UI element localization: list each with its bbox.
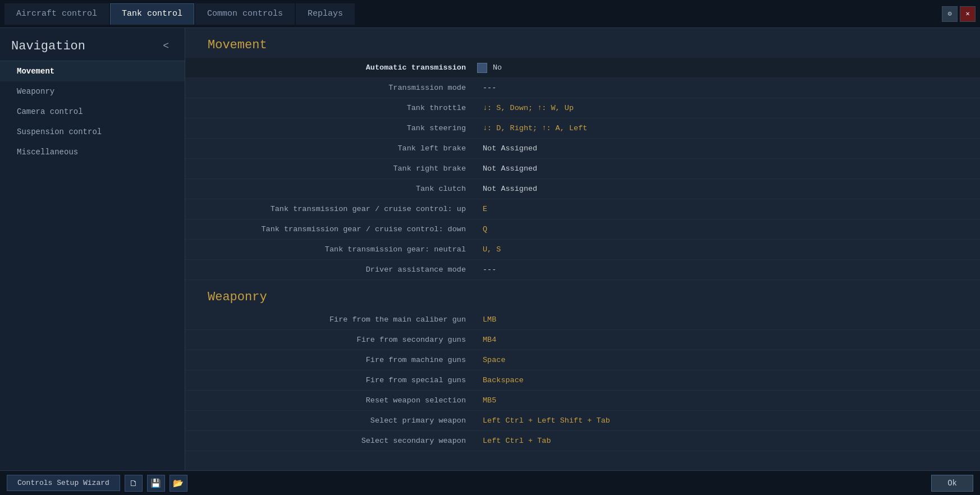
tab-aircraft[interactable]: Aircraft control xyxy=(4,3,109,25)
control-label: Fire from the main caliber gun xyxy=(185,315,477,324)
control-value: Q xyxy=(477,225,980,233)
sidebar: Navigation < Movement Weaponry Camera co… xyxy=(0,28,185,470)
control-row-partial[interactable]: Select secondary weapon Left Ctrl + Tab xyxy=(185,431,980,451)
control-label: Fire from secondary guns xyxy=(185,336,477,344)
bottom-bar: Controls Setup Wizard 🗋 💾 📂 Ok xyxy=(0,470,980,495)
tab-tank[interactable]: Tank control xyxy=(110,3,194,25)
new-profile-icon: 🗋 xyxy=(129,478,138,488)
control-row-tank-left-brake[interactable]: Tank left brake Not Assigned xyxy=(185,139,980,159)
sidebar-title: Navigation xyxy=(11,39,85,53)
new-profile-icon-button[interactable]: 🗋 xyxy=(125,475,143,492)
auto-transmission-checkbox[interactable] xyxy=(477,63,487,73)
control-label: Fire from special guns xyxy=(185,376,477,384)
content-area: Movement Automatic transmission No Trans… xyxy=(185,28,980,470)
control-row-main-gun[interactable]: Fire from the main caliber gun LMB xyxy=(185,310,980,330)
control-label: Tank transmission gear / cruise control:… xyxy=(185,225,477,233)
control-row-machine-guns[interactable]: Fire from machine guns Space xyxy=(185,350,980,370)
movement-section-header: Movement xyxy=(185,28,980,58)
weaponry-section-header: Weaponry xyxy=(185,280,980,310)
ok-button[interactable]: Ok xyxy=(931,475,973,492)
open-icon: 📂 xyxy=(173,478,184,488)
control-label: Reset weapon selection xyxy=(185,396,477,405)
control-row-special-guns[interactable]: Fire from special guns Backspace xyxy=(185,370,980,391)
control-value: Left Ctrl + Left Shift + Tab xyxy=(477,416,980,425)
control-value: --- xyxy=(477,84,980,92)
control-value: MB4 xyxy=(477,336,980,344)
control-row-gear-neutral[interactable]: Tank transmission gear: neutral U, S xyxy=(185,240,980,260)
control-value: MB5 xyxy=(477,396,980,405)
control-label: Select secondary weapon xyxy=(185,437,477,445)
save-icon-button[interactable]: 💾 xyxy=(147,475,165,492)
control-label: Tank left brake xyxy=(185,144,477,153)
control-row-secondary-guns[interactable]: Fire from secondary guns MB4 xyxy=(185,330,980,350)
auto-transmission-value: No xyxy=(477,63,502,73)
control-row-gear-down[interactable]: Tank transmission gear / cruise control:… xyxy=(185,219,980,240)
settings-icon[interactable]: ⚙ xyxy=(942,6,958,22)
control-row-primary-weapon[interactable]: Select primary weapon Left Ctrl + Left S… xyxy=(185,411,980,431)
control-value: Backspace xyxy=(477,376,980,384)
sidebar-collapse-button[interactable]: < xyxy=(158,38,173,54)
control-value: LMB xyxy=(477,315,980,324)
control-label: Tank transmission gear / cruise control:… xyxy=(185,205,477,213)
control-label: Tank throttle xyxy=(185,104,477,112)
tab-replays[interactable]: Replays xyxy=(296,3,355,25)
sidebar-header: Navigation < xyxy=(0,28,185,61)
auto-transmission-text: No xyxy=(493,63,502,72)
control-row-tank-throttle[interactable]: Tank throttle ↓: S, Down; ↑: W, Up xyxy=(185,98,980,118)
control-row-driver-assist[interactable]: Driver assistance mode --- xyxy=(185,260,980,280)
sidebar-item-weaponry[interactable]: Weaponry xyxy=(0,81,185,102)
control-value: Space xyxy=(477,356,980,364)
auto-transmission-row: Automatic transmission No xyxy=(185,58,980,78)
tab-common[interactable]: Common controls xyxy=(195,3,295,25)
title-bar: Aircraft control Tank control Common con… xyxy=(0,0,980,28)
control-row-reset-weapon[interactable]: Reset weapon selection MB5 xyxy=(185,391,980,411)
close-icon[interactable]: ✕ xyxy=(960,6,976,22)
control-value: E xyxy=(477,205,980,213)
control-value: U, S xyxy=(477,245,980,254)
control-row-tank-steering[interactable]: Tank steering ↓: D, Right; ↑: A, Left xyxy=(185,118,980,139)
control-label: Tank steering xyxy=(185,124,477,132)
control-row-gear-up[interactable]: Tank transmission gear / cruise control:… xyxy=(185,199,980,219)
open-icon-button[interactable]: 📂 xyxy=(170,475,187,492)
control-value: --- xyxy=(477,265,980,274)
control-value: Left Ctrl + Tab xyxy=(477,437,980,445)
control-row-transmission-mode[interactable]: Transmission mode --- xyxy=(185,78,980,98)
sidebar-item-camera[interactable]: Camera control xyxy=(0,102,185,122)
control-value: ↓: S, Down; ↑: W, Up xyxy=(477,104,980,112)
controls-setup-wizard-button[interactable]: Controls Setup Wizard xyxy=(7,475,120,491)
control-label: Driver assistance mode xyxy=(185,265,477,274)
control-label: Select primary weapon xyxy=(185,416,477,425)
control-row-tank-clutch[interactable]: Tank clutch Not Assigned xyxy=(185,179,980,199)
control-label: Fire from machine guns xyxy=(185,356,477,364)
control-value: Not Assigned xyxy=(477,144,980,153)
auto-transmission-label: Automatic transmission xyxy=(185,63,477,72)
save-icon: 💾 xyxy=(150,478,161,488)
control-value: ↓: D, Right; ↑: A, Left xyxy=(477,124,980,132)
main-layout: Navigation < Movement Weaponry Camera co… xyxy=(0,28,980,470)
sidebar-item-movement[interactable]: Movement xyxy=(0,61,185,81)
control-label: Tank clutch xyxy=(185,185,477,193)
control-value: Not Assigned xyxy=(477,164,980,173)
control-label: Transmission mode xyxy=(185,84,477,92)
control-label: Tank transmission gear: neutral xyxy=(185,245,477,254)
sidebar-item-misc[interactable]: Miscellaneous xyxy=(0,142,185,162)
control-value: Not Assigned xyxy=(477,185,980,193)
sidebar-item-suspension[interactable]: Suspension control xyxy=(0,122,185,142)
control-row-tank-right-brake[interactable]: Tank right brake Not Assigned xyxy=(185,159,980,179)
control-label: Tank right brake xyxy=(185,164,477,173)
